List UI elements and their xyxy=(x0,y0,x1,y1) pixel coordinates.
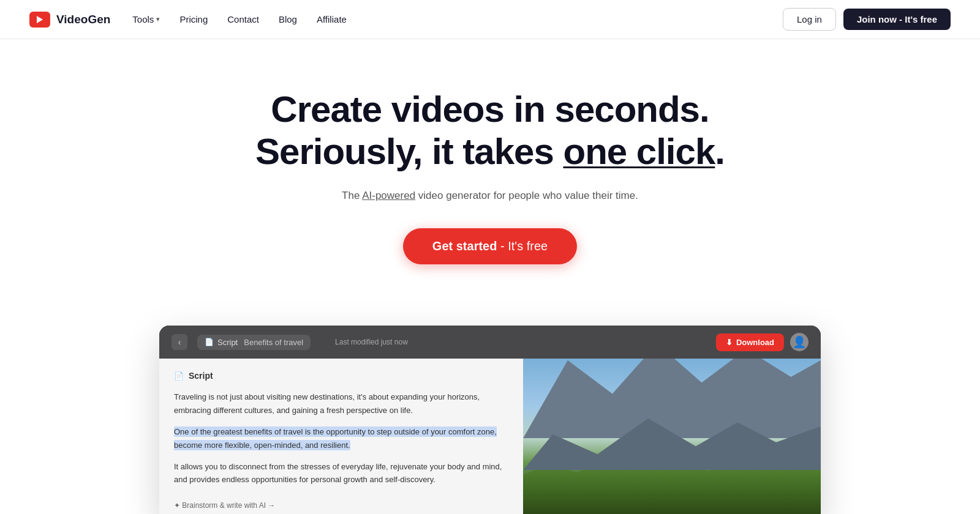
demo-body: 📄 Script Traveling is not just about vis… xyxy=(159,359,821,514)
logo-icon xyxy=(29,12,50,28)
hero-title: Create videos in seconds. Seriously, it … xyxy=(255,88,725,173)
cta-suffix: - It's free xyxy=(497,239,548,253)
video-preview xyxy=(523,359,821,514)
chevron-left-icon: ‹ xyxy=(178,337,181,347)
demo-video-panel xyxy=(523,359,821,514)
hero-subtitle: The AI-powered video generator for peopl… xyxy=(342,187,638,204)
script-icon: 📄 xyxy=(174,371,184,381)
chevron-down-icon: ▾ xyxy=(156,15,160,23)
bold-text: personal growth and self-discovery. xyxy=(311,475,435,484)
avatar-placeholder: 👤 xyxy=(793,335,806,349)
download-label: Download xyxy=(736,338,774,347)
join-suffix: - It's free xyxy=(897,14,937,24)
script-section-label: Script xyxy=(189,371,213,381)
demo-topbar-right: ⬇ Download 👤 xyxy=(716,333,809,351)
brainstorm-label: ✦ Brainstorm & write with AI → xyxy=(174,501,275,510)
login-button[interactable]: Log in xyxy=(783,8,836,31)
download-icon: ⬇ xyxy=(726,338,733,347)
nav-tools[interactable]: Tools ▾ xyxy=(132,14,160,24)
demo-script-header: 📄 Script xyxy=(174,371,508,381)
demo-back-button[interactable]: ‹ xyxy=(172,334,187,350)
hero-highlight: one click xyxy=(563,131,715,172)
grass-overlay xyxy=(523,457,821,514)
hero-title-line1: Create videos in seconds. xyxy=(271,89,709,130)
navbar: VideoGen Tools ▾ Pricing Contact Blog Af… xyxy=(0,0,980,39)
demo-download-button[interactable]: ⬇ Download xyxy=(716,333,784,351)
demo-modified-text: Last modified just now xyxy=(335,338,408,346)
nav-right: Log in Join now - It's free xyxy=(783,8,951,31)
join-label: Join now xyxy=(857,14,897,24)
user-avatar: 👤 xyxy=(790,333,809,351)
cta-label: Get started xyxy=(432,239,497,253)
hero-title-line2: Seriously, it takes one click. xyxy=(255,131,725,172)
highlighted-text: One of the greatest benefits of travel i… xyxy=(174,426,497,450)
script-para-2: One of the greatest benefits of travel i… xyxy=(174,425,508,452)
cta-button[interactable]: Get started - It's free xyxy=(403,228,577,264)
demo-script-panel: 📄 Script Traveling is not just about vis… xyxy=(159,359,523,514)
script-file-icon: 📄 xyxy=(205,338,214,346)
nav-left: VideoGen Tools ▾ Pricing Contact Blog Af… xyxy=(29,12,347,28)
brainstorm-bar[interactable]: ✦ Brainstorm & write with AI → xyxy=(174,495,508,510)
ai-powered-link[interactable]: AI-powered xyxy=(362,190,415,201)
demo-tab-label: Script xyxy=(217,338,238,347)
nav-blog[interactable]: Blog xyxy=(279,14,297,24)
logo-text: VideoGen xyxy=(56,13,110,26)
demo-container: ‹ 📄 Script Benefits of travel Last modif… xyxy=(159,326,821,514)
demo-filename-label: Benefits of travel xyxy=(244,338,303,347)
script-para-3: It allows you to disconnect from the str… xyxy=(174,460,508,486)
logo-link[interactable]: VideoGen xyxy=(29,12,110,28)
hero-section: Create videos in seconds. Seriously, it … xyxy=(0,39,980,301)
nav-contact[interactable]: Contact xyxy=(227,14,259,24)
join-button[interactable]: Join now - It's free xyxy=(843,9,951,30)
script-para-1: Traveling is not just about visiting new… xyxy=(174,390,508,417)
demo-script-tab[interactable]: 📄 Script Benefits of travel xyxy=(197,335,311,350)
nav-links: Tools ▾ Pricing Contact Blog Affiliate xyxy=(132,14,347,24)
nav-pricing[interactable]: Pricing xyxy=(179,14,208,24)
demo-topbar-left: ‹ 📄 Script Benefits of travel Last modif… xyxy=(172,334,408,350)
demo-wrapper: ‹ 📄 Script Benefits of travel Last modif… xyxy=(0,301,980,514)
nav-affiliate[interactable]: Affiliate xyxy=(317,14,347,24)
demo-topbar: ‹ 📄 Script Benefits of travel Last modif… xyxy=(159,326,821,359)
